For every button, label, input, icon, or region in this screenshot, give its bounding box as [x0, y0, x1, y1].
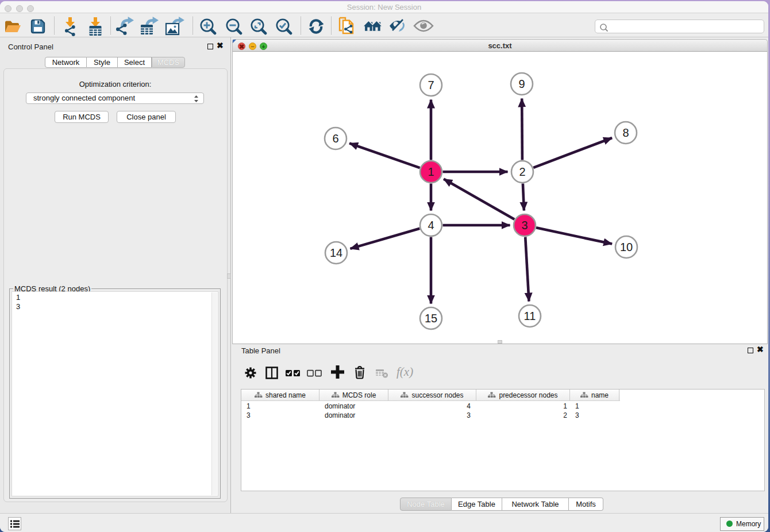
svg-text:4: 4: [428, 219, 434, 232]
svg-text:8: 8: [622, 126, 629, 139]
svg-text:9: 9: [518, 78, 525, 90]
svg-text:15: 15: [425, 312, 437, 325]
svg-text:2: 2: [519, 165, 525, 178]
svg-text:6: 6: [332, 132, 338, 145]
svg-text:7: 7: [428, 79, 434, 91]
svg-text:3: 3: [521, 219, 528, 232]
svg-text:11: 11: [524, 310, 536, 322]
svg-text:14: 14: [330, 246, 342, 259]
svg-text:10: 10: [620, 241, 633, 253]
svg-text:1: 1: [428, 165, 434, 178]
